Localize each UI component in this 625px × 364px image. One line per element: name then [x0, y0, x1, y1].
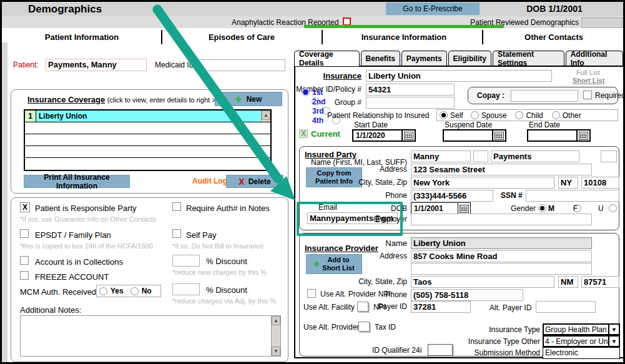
- tab-other-contacts[interactable]: Other Contacts: [491, 30, 616, 44]
- insurance-type-other-dropdown[interactable]: 4 - Employer or Unio ▼: [543, 335, 620, 347]
- tab-coverage-details[interactable]: Coverage Details: [294, 51, 360, 66]
- medicaid-id-field[interactable]: [197, 59, 285, 71]
- epsdt-checkbox[interactable]: [20, 229, 29, 238]
- tab-statement-settings[interactable]: Statement Settings: [493, 51, 564, 66]
- insured-city-field[interactable]: New York: [411, 177, 554, 189]
- patient-name-field[interactable]: Payments, Manny: [46, 59, 147, 71]
- alt-payer-id-field[interactable]: [536, 301, 596, 313]
- insurance-type-label: Insurance Type: [475, 325, 540, 334]
- print-all-insurance-button[interactable]: Print All Insurance Information: [24, 175, 130, 188]
- demographics-window: Demographics Go to E-Prescribe DOB 1/1/2…: [0, 0, 625, 364]
- scroll-up-icon[interactable]: ▲: [262, 111, 270, 120]
- insured-address-field[interactable]: 123 Sesame Street: [411, 164, 592, 175]
- payer-id-field[interactable]: 37281: [411, 301, 471, 313]
- insurance-row-empty[interactable]: [25, 158, 270, 170]
- insured-last-name-field[interactable]: Payments: [491, 150, 579, 162]
- insurance-field[interactable]: Liberty Union: [366, 70, 552, 82]
- insurance-row-empty[interactable]: [25, 122, 270, 134]
- provider-address-field[interactable]: 857 Cooks Mine Road: [411, 250, 592, 262]
- table-scrollbar[interactable]: ▲: [261, 111, 270, 122]
- start-date-field[interactable]: 1/1/2020: [352, 129, 416, 142]
- insured-zip-field[interactable]: 10108: [581, 177, 619, 189]
- notes-scrollbar[interactable]: ▲ ▼: [271, 316, 280, 356]
- tab-insurance-information[interactable]: Insurance Information: [342, 30, 466, 44]
- dropdown-arrow-icon[interactable]: ▼: [608, 337, 619, 346]
- provider-address2-field[interactable]: [411, 263, 592, 275]
- calendar-icon[interactable]: [576, 130, 589, 140]
- tab-payments[interactable]: Payments: [401, 51, 447, 66]
- ssn-field[interactable]: [526, 190, 619, 202]
- mcm-no-radio[interactable]: [130, 287, 139, 295]
- provider-city-field[interactable]: Taos: [411, 276, 554, 288]
- copay-field[interactable]: [511, 90, 578, 102]
- group-number-field[interactable]: [366, 97, 455, 109]
- self-pay-checkbox[interactable]: [172, 229, 181, 238]
- discount-new-field[interactable]: [172, 255, 200, 267]
- use-alt-provider-npi-checkbox[interactable]: [307, 289, 316, 298]
- relationship-child-radio[interactable]: [515, 111, 523, 119]
- collections-checkbox[interactable]: [20, 256, 29, 265]
- copay-required-checkbox[interactable]: [583, 91, 592, 99]
- mcm-auth-group: Yes No: [96, 285, 161, 297]
- full-list-link[interactable]: Full List: [576, 69, 600, 76]
- insured-phone-field[interactable]: (333)444-5566: [411, 190, 493, 202]
- require-auth-checkbox[interactable]: [172, 202, 181, 211]
- relationship-self-radio[interactable]: [440, 111, 448, 119]
- account-options-box: Patient is Responsible Party *if not, us…: [11, 197, 288, 362]
- discount-adj-field[interactable]: [172, 283, 200, 295]
- freeze-account-checkbox[interactable]: [20, 271, 29, 280]
- insured-dob-field[interactable]: 1/1/2001: [411, 202, 471, 215]
- insurance-row-1[interactable]: 1 Liberty Union ▲: [25, 111, 270, 122]
- go-to-eprescribe-button[interactable]: Go to E-Prescribe: [386, 2, 480, 15]
- calendar-icon[interactable]: [401, 130, 415, 140]
- end-date-field[interactable]: [527, 129, 591, 142]
- member-id-field[interactable]: 54321: [366, 84, 455, 96]
- insured-mi-field[interactable]: [473, 150, 488, 162]
- calendar-icon[interactable]: [492, 130, 505, 140]
- scroll-up-icon[interactable]: ▲: [272, 316, 280, 325]
- start-date-label: Start Date: [354, 121, 388, 129]
- dropdown-arrow-icon[interactable]: ▼: [608, 325, 619, 334]
- short-list-link[interactable]: Short List: [573, 77, 604, 84]
- mcm-yes-radio[interactable]: [99, 287, 107, 295]
- add-to-short-list-button[interactable]: + Add to Short List: [306, 254, 362, 274]
- delete-x-icon: X: [239, 177, 244, 186]
- id-qualifier-field[interactable]: [428, 344, 453, 356]
- insured-first-name-field[interactable]: Manny: [411, 150, 471, 162]
- tab-additional-info[interactable]: Additional Info: [566, 51, 623, 66]
- patient-label: Patient:: [13, 61, 39, 69]
- calendar-icon[interactable]: [458, 203, 470, 214]
- tab-episodes-of-care[interactable]: Episodes of Care: [179, 30, 304, 44]
- tab-patient-information[interactable]: Patient Information: [19, 30, 144, 44]
- employer-field[interactable]: [411, 214, 592, 225]
- responsible-party-checkbox[interactable]: [20, 202, 30, 212]
- delete-insurance-button[interactable]: X Delete: [226, 175, 283, 188]
- provider-zip-field[interactable]: 87571: [581, 276, 619, 288]
- insured-suffix-field[interactable]: [601, 150, 617, 162]
- reviewed-demographics-field[interactable]: [581, 17, 623, 28]
- current-checkbox[interactable]: [299, 129, 308, 138]
- ordinal-4th-label: 4th: [312, 116, 323, 125]
- tab-eligibility[interactable]: Eligibility: [448, 51, 491, 66]
- provider-phone-field[interactable]: (505) 758-5118: [411, 289, 523, 301]
- suspend-date-field[interactable]: [443, 129, 506, 142]
- gender-u-radio[interactable]: [609, 204, 617, 212]
- provider-state-field[interactable]: NM: [558, 276, 578, 288]
- additional-notes-textarea[interactable]: ▲ ▼: [20, 315, 281, 357]
- insured-state-field[interactable]: NY: [558, 177, 578, 189]
- scroll-down-icon[interactable]: ▼: [272, 347, 280, 356]
- insurance-type-dropdown[interactable]: Group Health Plan ▼: [543, 323, 620, 335]
- insurance-row-empty[interactable]: [25, 134, 270, 146]
- delete-button-label: Delete: [249, 177, 271, 186]
- insurance-row-empty[interactable]: [25, 146, 270, 158]
- relationship-spouse-radio[interactable]: [471, 111, 479, 119]
- gender-m-radio[interactable]: [538, 204, 546, 212]
- relationship-other-radio[interactable]: [552, 111, 560, 119]
- tab-benefits[interactable]: Benefits: [361, 51, 400, 66]
- insured-phone-label: Phone: [343, 191, 407, 200]
- ordinal-1st-radio[interactable]: [302, 88, 310, 96]
- use-alt-provider-checkbox[interactable]: [358, 322, 370, 332]
- audit-log-link[interactable]: Audit Log: [192, 177, 227, 185]
- submission-method-field[interactable]: Electronic: [543, 347, 620, 359]
- new-insurance-button[interactable]: + New: [215, 92, 282, 106]
